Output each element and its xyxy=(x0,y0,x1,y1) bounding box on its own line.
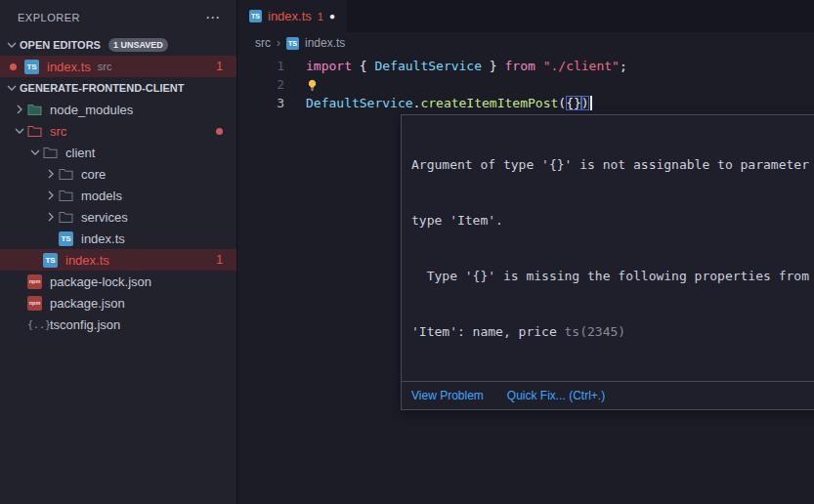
more-actions-icon[interactable]: ⋯ xyxy=(205,9,221,26)
token-method-name: createItemItemPost xyxy=(420,96,558,110)
text-cursor xyxy=(590,96,592,110)
open-editor-file-name: index.ts xyxy=(47,60,91,74)
line-number: 3 xyxy=(237,96,284,110)
token-dot: . xyxy=(413,96,421,110)
error-message-line: type 'Item'. xyxy=(411,211,814,230)
open-editor-item-index-ts[interactable]: TS index.ts src 1 xyxy=(0,56,236,77)
token-module-string: "./client" xyxy=(543,59,620,73)
line-number: 1 xyxy=(237,59,284,73)
tree-item-label: tsconfig.json xyxy=(50,317,120,332)
tree-item-label: models xyxy=(81,189,122,203)
tab-error-count-badge: 1 xyxy=(318,11,323,22)
npm-file-icon: npm xyxy=(27,274,46,289)
unsaved-badge: 1 UNSAVED xyxy=(108,38,168,52)
chevron-down-icon xyxy=(4,80,20,96)
ts-file-icon: TS xyxy=(43,253,62,268)
error-code: ts(2345) xyxy=(565,324,626,339)
error-hover-popup: Argument of type '{}' is not assignable … xyxy=(401,114,814,410)
tree-item-label: src xyxy=(50,124,66,139)
view-problem-link[interactable]: View Problem xyxy=(411,389,484,402)
open-editors-header[interactable]: OPEN EDITORS 1 UNSAVED xyxy=(0,34,236,56)
tree-item-package-json[interactable]: npm package.json xyxy=(0,292,236,314)
explorer-title: EXPLORER xyxy=(18,12,80,23)
line-number: 2 xyxy=(237,77,284,92)
tree-item-label: client xyxy=(65,146,95,160)
breadcrumb-folder[interactable]: src xyxy=(255,36,271,50)
tab-index-ts[interactable]: TS index.ts 1 ● xyxy=(237,0,347,32)
node-modules-folder-icon xyxy=(27,104,46,116)
chevron-down-icon xyxy=(4,37,20,53)
ts-file-icon: TS xyxy=(24,60,43,74)
ts-file-icon: TS xyxy=(249,10,262,22)
token-from-keyword: from xyxy=(505,59,543,73)
error-message-line: Type '{}' is missing the following prope… xyxy=(411,267,814,285)
token-default-service: DefaultService xyxy=(306,96,413,110)
token-close-brace: } xyxy=(482,59,504,73)
breadcrumb: src › TS index.ts xyxy=(237,32,814,54)
error-count-badge: 1 xyxy=(216,60,236,73)
token-import-keyword: import xyxy=(306,59,360,73)
tab-file-name: index.ts xyxy=(268,9,312,23)
error-count-badge: 1 xyxy=(216,253,236,267)
tree-item-label: index.ts xyxy=(65,253,109,268)
tree-item-label: package.json xyxy=(50,296,125,311)
error-hover-actions: View Problem Quick Fix... (Ctrl+.) xyxy=(402,381,814,409)
folder-open-icon xyxy=(43,147,62,159)
token-close-paren: ) xyxy=(581,96,589,110)
folder-icon xyxy=(59,189,77,202)
tree-item-label: package-lock.json xyxy=(50,274,151,289)
tree-item-models[interactable]: models xyxy=(0,185,236,206)
folder-icon xyxy=(59,168,77,181)
breadcrumb-separator-icon: › xyxy=(277,36,280,50)
tree-item-client[interactable]: client xyxy=(0,142,236,163)
ts-file-icon: TS xyxy=(59,231,77,246)
tab-dirty-dot-icon: ● xyxy=(329,11,335,21)
chevron-down-icon xyxy=(12,123,27,139)
json-braces-icon: {..} xyxy=(27,319,46,330)
token-empty-object-arg: {} xyxy=(566,96,581,110)
quick-fix-link[interactable]: Quick Fix... (Ctrl+.) xyxy=(507,389,605,402)
workspace-section-header[interactable]: GENERATE-FRONTEND-CLIENT xyxy=(0,77,236,99)
folder-error-dot-badge xyxy=(216,128,223,135)
code-line-1: 1 import { DefaultService } from "./clie… xyxy=(237,57,814,75)
chevron-down-icon xyxy=(27,145,43,160)
error-message-line: Argument of type '{}' is not assignable … xyxy=(411,155,814,174)
npm-file-icon: npm xyxy=(27,296,46,311)
tree-item-label: node_modules xyxy=(50,103,133,117)
tree-item-tsconfig-json[interactable]: {..} tsconfig.json xyxy=(0,314,236,335)
token-open-paren: ( xyxy=(558,96,566,110)
error-message-line: 'Item': name, price ts(2345) xyxy=(411,322,814,341)
tree-item-services[interactable]: services xyxy=(0,206,236,228)
editor-tab-bar: TS index.ts 1 ● xyxy=(237,0,814,32)
editor-area: TS index.ts 1 ● src › TS index.ts 1 impo… xyxy=(237,0,814,504)
workspace-name-label: GENERATE-FRONTEND-CLIENT xyxy=(20,82,184,94)
open-editor-file-path: src xyxy=(98,61,112,72)
tree-item-label: index.ts xyxy=(81,231,125,246)
tree-item-node-modules[interactable]: node_modules xyxy=(0,99,236,120)
tree-item-src-index-ts[interactable]: TS index.ts 1 xyxy=(0,249,236,271)
lightbulb-icon[interactable] xyxy=(306,78,319,92)
chevron-right-icon xyxy=(43,166,59,182)
token-semicolon: ; xyxy=(620,59,627,73)
token-open-brace: { xyxy=(360,59,375,73)
explorer-sidebar: EXPLORER ⋯ OPEN EDITORS 1 UNSAVED TS ind… xyxy=(0,0,237,504)
sidebar-header: EXPLORER ⋯ xyxy=(0,0,236,34)
breadcrumb-file[interactable]: index.ts xyxy=(305,36,345,50)
token-default-service: DefaultService xyxy=(374,59,482,73)
folder-icon xyxy=(59,211,77,224)
tree-item-package-lock-json[interactable]: npm package-lock.json xyxy=(0,271,236,292)
chevron-right-icon xyxy=(12,102,27,117)
tree-item-label: services xyxy=(81,210,128,225)
code-line-2: 2 xyxy=(237,75,814,94)
tree-item-core[interactable]: core xyxy=(0,163,236,185)
tree-item-src[interactable]: src xyxy=(0,120,236,142)
code-line-3: 3 DefaultService.createItemItemPost({}) xyxy=(237,94,814,112)
chevron-right-icon xyxy=(43,188,59,203)
tree-item-client-index-ts[interactable]: TS index.ts xyxy=(0,228,236,249)
folder-open-icon xyxy=(27,125,46,138)
chevron-right-icon xyxy=(43,209,59,225)
modified-dot-icon xyxy=(10,63,17,70)
error-message: Argument of type '{}' is not assignable … xyxy=(402,115,814,381)
ts-file-icon: TS xyxy=(286,37,299,50)
tree-item-label: core xyxy=(81,167,106,182)
